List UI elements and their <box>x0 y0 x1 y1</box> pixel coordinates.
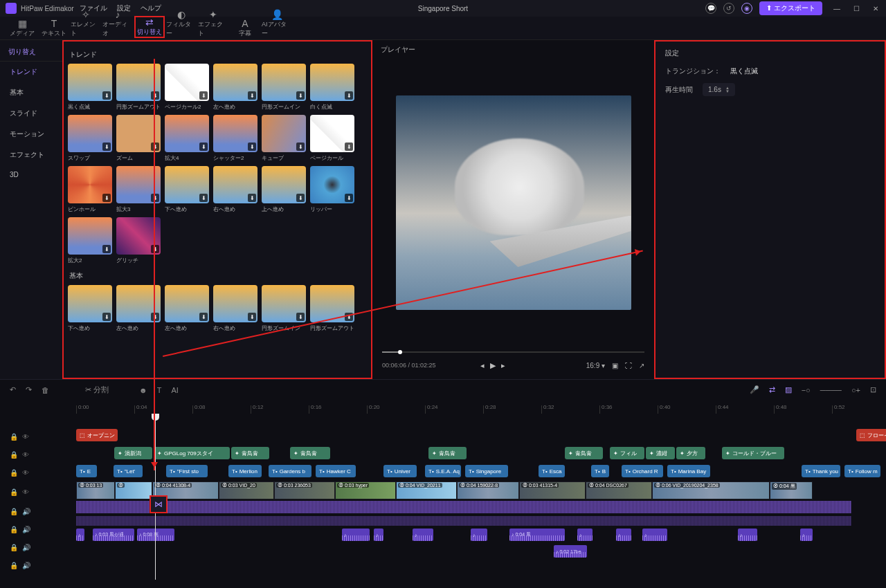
video-clip[interactable]: ⦿ 0:03 41315-4 <box>519 481 586 499</box>
clip[interactable]: ⬚フローイン <box>856 429 886 441</box>
download-icon[interactable]: ⬇ <box>248 194 256 202</box>
tool-メディア[interactable]: ▦メディア <box>7 19 37 38</box>
download-icon[interactable]: ⬇ <box>102 194 111 202</box>
clip[interactable]: ✦フィル <box>610 447 644 459</box>
mic-icon[interactable]: 🎤 <box>750 385 759 394</box>
tool-エレメント[interactable]: ✧エレメント <box>71 10 101 38</box>
audio-clip[interactable]: ♪ <box>413 529 433 541</box>
thumb-拡大2[interactable]: ⬇拡大2 <box>68 217 112 264</box>
clip[interactable]: T•"Let' <box>114 465 143 477</box>
video-clip[interactable]: ⦿ 0:03 236053 <box>274 481 335 499</box>
thumb-上へ進め[interactable]: ⬇上へ進め <box>262 166 306 213</box>
thumb-右へ進め[interactable]: ⬇右へ進め <box>213 285 257 332</box>
eye-icon[interactable]: 👁 <box>22 488 29 496</box>
clip[interactable]: ✦夕方 <box>676 447 705 459</box>
download-icon[interactable]: ⬇ <box>296 194 305 202</box>
lock-icon[interactable]: 🔒 <box>10 544 18 551</box>
download-icon[interactable]: ⬇ <box>199 194 208 202</box>
clip[interactable]: ✦青鳥青 <box>428 447 467 459</box>
zoom-in-icon[interactable]: ○+ <box>851 386 860 394</box>
video-clip[interactable]: ⦿ <box>115 481 152 499</box>
video-track[interactable]: ⦿ 0:03 13⦿ ⦿ 0:04 41308-4⦿ 0:03 VID_20⦿ … <box>76 481 886 499</box>
thumb-シャッター2[interactable]: ⬇シャッター2 <box>213 115 257 162</box>
clip[interactable]: ✦コールド・ブルー <box>722 447 784 459</box>
clip[interactable]: T•Follow m <box>844 465 880 477</box>
ai-icon[interactable]: AI <box>171 386 178 394</box>
clip[interactable]: T•E <box>76 465 97 477</box>
thumb-円形ズームイン[interactable]: ⬇円形ズームイン <box>262 64 306 111</box>
audio-clip[interactable]: ♪ <box>738 529 757 541</box>
undo-icon[interactable]: ↶ <box>10 385 16 394</box>
video-clip[interactable]: ⦿ 0:04 VID_20211 <box>396 481 457 499</box>
thumb-黒く点滅[interactable]: ⬇黒く点滅 <box>68 64 112 111</box>
download-icon[interactable]: ⬇ <box>248 143 256 151</box>
progress-bar[interactable] <box>382 351 644 353</box>
crop-icon[interactable]: ▣ <box>612 362 618 369</box>
download-icon[interactable]: ⬇ <box>248 313 256 321</box>
maximize-icon[interactable]: ☐ <box>851 3 861 13</box>
mute-icon[interactable]: 🔊 <box>22 526 30 533</box>
category-基本[interactable]: 基本 <box>0 82 62 103</box>
user-icon[interactable]: ◉ <box>741 3 752 14</box>
clip[interactable]: T•Esca <box>539 465 565 477</box>
thumb-左へ進め[interactable]: ⬇左へ進め <box>213 64 257 111</box>
category-スライド[interactable]: スライド <box>0 103 62 124</box>
thumb-左へ進め[interactable]: ⬇左へ進め <box>165 285 209 332</box>
text-track[interactable]: T•ET•"Let'T•"First stoT•MerlionT•Gardens… <box>76 463 886 479</box>
lock-icon[interactable]: 🔒 <box>10 526 18 533</box>
tool-切り替え[interactable]: ⇄切り替え <box>134 16 165 38</box>
lock-icon[interactable]: 🔒 <box>10 488 18 496</box>
thumb-キューブ[interactable]: ⬇キューブ <box>262 115 306 162</box>
video-clip[interactable]: ⦿ 0:03 hyper <box>335 481 396 499</box>
video-clip[interactable]: ⦿ 0:03 VID_20 <box>219 481 274 499</box>
video-clip[interactable]: ⦿ 0:03 13 <box>76 481 115 499</box>
aspect-ratio[interactable]: 16:9 ▾ <box>586 362 605 369</box>
clip[interactable]: T•Thank you <box>802 465 840 477</box>
download-icon[interactable]: ⬇ <box>151 143 159 151</box>
video-clip[interactable]: ⦿ 0:06 VID_20190204_2358 <box>652 481 770 499</box>
thumb-下へ進め[interactable]: ⬇下へ進め <box>68 285 112 332</box>
redo-icon[interactable]: ↷ <box>26 385 32 394</box>
mask-icon[interactable]: ☻ <box>139 386 147 394</box>
download-icon[interactable]: ⬇ <box>248 91 256 100</box>
clip[interactable]: T•Hawker C <box>316 465 356 477</box>
video-clip[interactable]: ⦿ 0:04 159022-8 <box>457 481 519 499</box>
transition-marker[interactable]: ⋈ <box>150 495 168 513</box>
category-トレンド[interactable]: トレンド <box>0 62 62 82</box>
download-icon[interactable]: ⬇ <box>102 313 111 321</box>
clip[interactable]: T•Merlion <box>228 465 262 477</box>
download-icon[interactable]: ⬇ <box>345 143 353 151</box>
duration-input[interactable]: 1.6s ▲▼ <box>703 83 735 96</box>
audio-track-3[interactable]: ♪ 0:02 17be <box>76 545 886 559</box>
audio-clip[interactable]: ♪ <box>471 529 487 541</box>
history-icon[interactable]: ↺ <box>723 3 734 14</box>
prev-frame-icon[interactable]: ◂ <box>480 361 485 370</box>
tool-フィルター[interactable]: ◐フィルター <box>166 10 197 38</box>
download-icon[interactable]: ⬇ <box>199 313 208 321</box>
tool-エフェクト[interactable]: ✦エフェクト <box>198 10 228 38</box>
detach-icon[interactable]: ↗ <box>639 362 644 369</box>
chat-icon[interactable]: 💬 <box>705 3 716 14</box>
mute-icon[interactable]: 🔊 <box>22 562 30 569</box>
magnet-icon[interactable]: ▨ <box>785 385 792 394</box>
mute-icon[interactable]: 🔊 <box>22 508 30 515</box>
clip[interactable]: ✦青鳥青 <box>565 447 603 459</box>
tool-オーディオ[interactable]: ♪オーディオ <box>102 10 133 38</box>
download-icon[interactable]: ⬇ <box>345 194 353 202</box>
timeline[interactable]: 🔒👁 🔒👁 🔒👁 🔒👁 🔒🔊 🔒🔊 🔒🔊 🔒🔊 ⬚オープニン⬚フローイン⬚スポッ… <box>0 414 886 588</box>
eye-icon[interactable]: 👁 <box>22 433 29 441</box>
download-icon[interactable]: ⬇ <box>296 313 305 321</box>
lock-icon[interactable]: 🔒 <box>10 562 18 569</box>
thumb-ピンホール[interactable]: ⬇ピンホール <box>68 166 112 213</box>
close-icon[interactable]: ✕ <box>871 3 880 13</box>
thumb-白く点滅[interactable]: ⬇白く点滅 <box>310 64 354 111</box>
download-icon[interactable]: ⬇ <box>102 143 111 151</box>
thumb-下へ進め[interactable]: ⬇下へ進め <box>165 166 209 213</box>
lock-icon[interactable]: 🔒 <box>10 469 18 477</box>
lock-icon[interactable]: 🔒 <box>10 451 18 459</box>
download-icon[interactable]: ⬇ <box>102 245 111 253</box>
clip[interactable]: T•Singapore <box>465 465 508 477</box>
clip[interactable]: T•"First sto <box>166 465 208 477</box>
audio-clip[interactable]: ♪ 0:04 風 <box>509 529 565 541</box>
effect-track[interactable]: ✦渦新潟✦GPGLog 709スタイ✦青鳥青✦青鳥青✦青鳥青✦青鳥青✦フィル✦濃… <box>76 445 886 461</box>
